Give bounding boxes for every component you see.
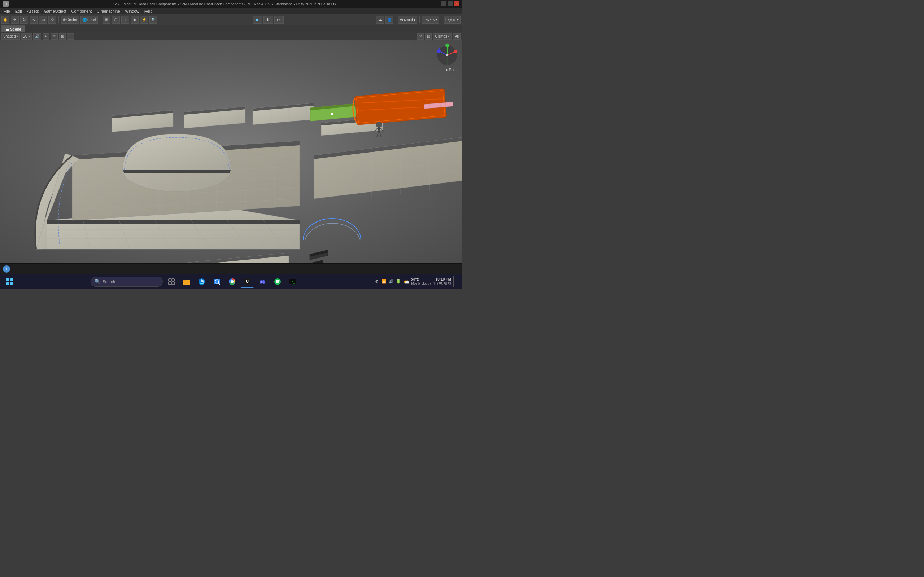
more-button[interactable]: ⋯ <box>67 33 74 40</box>
menu-window[interactable]: Window <box>123 8 142 15</box>
svg-rect-106 <box>168 282 171 285</box>
center-pivot-button[interactable]: ⊕ Center <box>61 16 79 24</box>
weather-widget: ⛅ 26°C Mostly cloudy <box>404 278 431 285</box>
grid-button[interactable]: ⊞ <box>102 16 110 24</box>
scene-tabs: ☰ Scene <box>0 25 462 32</box>
svg-point-123 <box>274 279 281 285</box>
spotify-button[interactable] <box>271 275 284 288</box>
scene-canvas: X Y Z ◄ Persp <box>0 40 462 263</box>
menu-component[interactable]: Component <box>69 8 94 15</box>
svg-rect-101 <box>10 279 13 281</box>
discord-button[interactable] <box>256 275 269 288</box>
windows-explorer-button[interactable] <box>210 275 223 288</box>
play-button[interactable]: ▶ <box>253 16 262 24</box>
file-explorer-button[interactable] <box>180 275 193 288</box>
start-button[interactable] <box>3 275 16 288</box>
svg-point-99 <box>446 54 448 56</box>
svg-line-80 <box>377 132 378 137</box>
chrome-button[interactable] <box>226 275 239 288</box>
svg-rect-109 <box>183 281 190 285</box>
svg-point-44 <box>331 113 333 115</box>
menu-help[interactable]: Help <box>142 8 155 15</box>
fx-button[interactable]: ✦ <box>43 33 49 40</box>
local-global-button[interactable]: 🌐 Local <box>81 16 98 24</box>
gizmos-label: Gizmos <box>435 34 447 38</box>
time-widget[interactable]: 10:10 PM 11/25/2023 <box>433 277 451 286</box>
toolbar-separator-5 <box>419 16 420 23</box>
scale-tool-button[interactable]: ⤡ <box>30 16 37 24</box>
account-button[interactable]: Account ▾ <box>398 16 417 24</box>
account-chevron-icon: ▾ <box>414 18 415 22</box>
maximize-button[interactable]: □ <box>447 2 452 6</box>
layout-button[interactable]: Layout ▾ <box>444 16 460 24</box>
volume-tray-icon[interactable]: 🔊 <box>388 279 394 285</box>
taskbar-date: 11/25/2023 <box>433 282 451 286</box>
svg-text:Y: Y <box>446 43 448 45</box>
menu-cinemachine[interactable]: Cinemachine <box>95 8 122 15</box>
audio-button[interactable]: 🔊 <box>33 33 41 40</box>
layers-button[interactable]: Layers ▾ <box>422 16 439 24</box>
view-toolbar: Shaded ▾ 20 ▾ 🔊 ✦ 👁 ⊞ ⋯ ✕ ⊡ Gizmos ▾ All <box>0 32 462 40</box>
tool6-button[interactable]: ◈ <box>131 16 139 24</box>
edge-browser-button[interactable] <box>195 275 208 288</box>
main-toolbar: ✋ ✛ ↻ ⤡ ▭ ⊹ ⊕ Center 🌐 Local ⊞ ⬡ ↑ ◈ ⚡ 🔍… <box>0 15 462 25</box>
svg-point-76 <box>376 122 382 128</box>
tool7-button[interactable]: ⚡ <box>140 16 148 24</box>
hand-tool-button[interactable]: ✋ <box>2 16 10 24</box>
menu-file[interactable]: File <box>2 8 12 15</box>
close-button[interactable]: ✕ <box>454 2 459 6</box>
taskbar-left <box>3 275 16 288</box>
top-curve-piece <box>123 134 231 192</box>
gizmo-widget: X Y Z <box>435 43 460 68</box>
menu-assets[interactable]: Assets <box>25 8 41 15</box>
search-bar[interactable]: 🔍 Search <box>90 277 163 287</box>
tool8-button[interactable]: 🔍 <box>149 16 157 24</box>
show-desktop-button[interactable] <box>453 276 459 287</box>
close-tab-button[interactable]: ✕ <box>417 33 424 40</box>
battery-tray-icon[interactable]: 🔋 <box>396 279 401 285</box>
svg-rect-105 <box>172 279 174 281</box>
pause-button[interactable]: ⏸ <box>263 16 273 24</box>
maximize-view-button[interactable]: ⊡ <box>425 33 432 40</box>
unity-hub-button[interactable]: U <box>241 275 254 288</box>
cloud-button[interactable]: ☁ <box>376 16 384 24</box>
svg-rect-77 <box>378 127 380 132</box>
all-dropdown[interactable]: All <box>453 33 460 40</box>
grid-vis-button[interactable]: ⊞ <box>59 33 66 40</box>
rotate-tool-button[interactable]: ↻ <box>20 16 28 24</box>
tool5-button[interactable]: ⬡ <box>112 16 120 24</box>
terminal-button[interactable]: >_ <box>286 275 299 288</box>
menu-gameobject[interactable]: GameObject <box>42 8 69 15</box>
svg-rect-107 <box>172 282 174 285</box>
svg-marker-54 <box>177 253 289 263</box>
scene-vis-button[interactable]: 👁 <box>50 33 58 40</box>
gizmos-dropdown[interactable]: Gizmos ▾ <box>433 33 452 40</box>
layout-label: Layout <box>446 18 456 22</box>
svg-rect-100 <box>6 279 9 281</box>
move-tool-button[interactable]: ✛ <box>11 16 19 24</box>
shade-mode-dropdown[interactable]: Shaded ▾ <box>2 33 20 40</box>
menu-bar: File Edit Assets GameObject Component Ci… <box>0 8 462 15</box>
layers-label: Layers <box>424 18 435 22</box>
taskbar-right: ⚙ 📶 🔊 🔋 ⛅ 26°C Mostly cloudy 10:10 PM 11… <box>374 276 459 287</box>
rect-tool-button[interactable]: ▭ <box>39 16 47 24</box>
small-blocks <box>305 250 328 263</box>
taskview-button[interactable] <box>165 275 178 288</box>
collab-button[interactable]: ↑ <box>121 16 129 24</box>
center-label: Center <box>66 18 77 22</box>
taskbar-time: 10:10 PM <box>433 277 451 282</box>
viewport[interactable]: X Y Z ◄ Persp <box>0 40 462 263</box>
step-button[interactable]: ⏭ <box>274 16 284 24</box>
layers-chevron-icon: ▾ <box>435 18 437 22</box>
tray-icons: ⚙ 📶 🔊 🔋 <box>374 279 401 285</box>
right-platform <box>314 137 462 199</box>
scene-tab-label: Scene <box>10 27 21 31</box>
scene-tab[interactable]: ☰ Scene <box>2 25 25 32</box>
view-num-dropdown[interactable]: 20 ▾ <box>21 33 31 40</box>
network-tray-icon[interactable]: 📶 <box>381 279 387 285</box>
collab2-button[interactable]: 👤 <box>386 16 393 24</box>
minimize-button[interactable]: ─ <box>441 2 446 6</box>
settings-tray-icon[interactable]: ⚙ <box>374 279 380 285</box>
menu-edit[interactable]: Edit <box>13 8 24 15</box>
transform-tool-button[interactable]: ⊹ <box>48 16 56 24</box>
